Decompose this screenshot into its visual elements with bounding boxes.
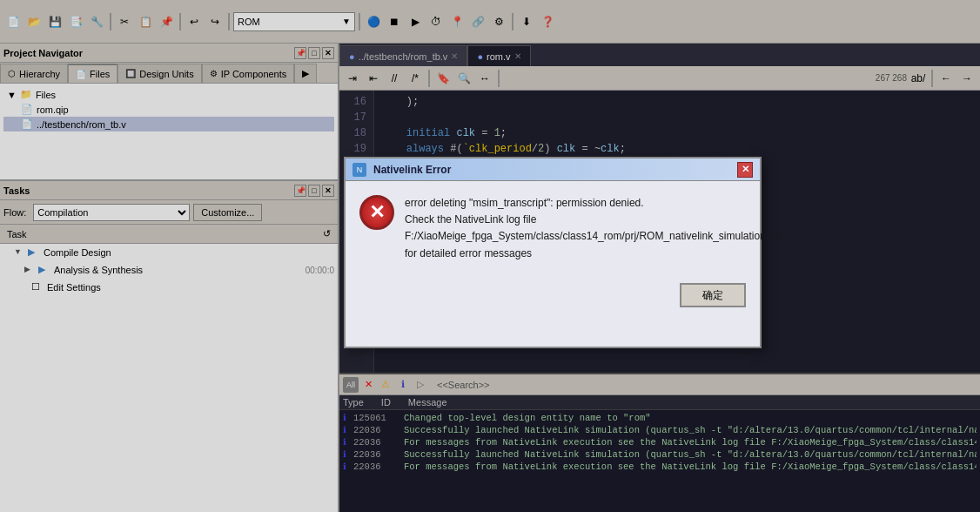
modal-message: error deleting "msim_transcript": permis… [405,195,781,262]
error-circle-icon: ✕ [359,195,394,230]
nativelink-error-dialog: N Nativelink Error ✕ ✕ error deleting "m… [344,157,762,348]
modal-title-icon: N [352,163,366,177]
modal-title-text: Nativelink Error [373,164,737,176]
modal-msg-line2: Check the NativeLink log file [405,212,781,228]
modal-overlay: N Nativelink Error ✕ ✕ error deleting "m… [0,0,980,512]
modal-titlebar: N Nativelink Error ✕ [346,158,760,181]
modal-body: ✕ error deleting "msim_transcript": perm… [346,181,760,276]
modal-close-btn[interactable]: ✕ [737,162,753,178]
ok-button[interactable]: 确定 [680,283,746,307]
modal-footer: 确定 [346,276,760,321]
modal-msg-line1: error deleting "msim_transcript": permis… [405,195,781,212]
modal-msg-line3: F:/XiaoMeige_fpga_System/class/class14_r… [405,228,781,261]
